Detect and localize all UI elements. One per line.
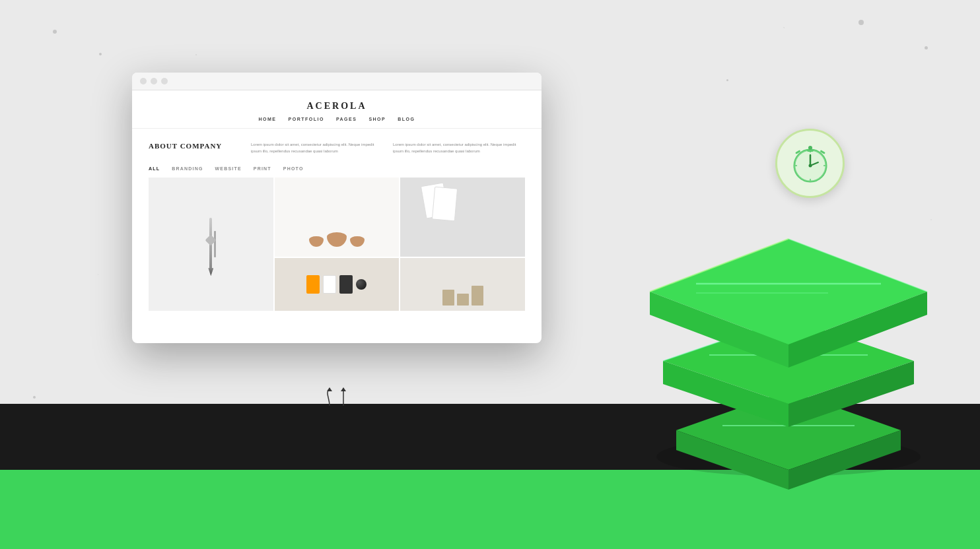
portfolio-cell-pen: [149, 178, 273, 311]
shelf-box-2: [457, 294, 469, 306]
about-section-left: ABOUT COMPANY: [149, 142, 241, 154]
browser-dot-green: [161, 78, 168, 84]
timer-svg: [787, 141, 833, 187]
about-section-right: Lorem ipsum dolor sit amet, consectetur …: [251, 142, 525, 154]
about-company-title: ABOUT COMPANY: [149, 142, 241, 150]
portfolio-cell-shelf: [400, 258, 525, 311]
small-card-dark: [339, 275, 353, 294]
pen-tip: [208, 268, 213, 276]
svg-marker-0: [327, 387, 332, 391]
scroll-arrows: [324, 387, 347, 407]
portfolio-cell-small-cards: [275, 258, 400, 311]
filter-tab-branding[interactable]: BRANDING: [172, 166, 203, 171]
filter-tab-print[interactable]: PRINT: [254, 166, 271, 171]
filter-tab-all[interactable]: ALL: [149, 166, 160, 171]
small-card-white: [323, 275, 336, 294]
shelf-illustration: [442, 286, 483, 306]
texture-dot: [33, 396, 36, 399]
filter-tabs: ALL BRANDING WEBSITE PRINT PHOTO: [132, 161, 542, 178]
scroll-arrow-up: [339, 387, 347, 407]
browser-content: ACEROLA HOME PORTFOLIO PAGES SHOP BLOG A…: [132, 90, 542, 311]
bowl-small: [309, 236, 324, 247]
pen-illustration: [209, 218, 212, 271]
texture-dot: [53, 30, 57, 34]
nav-item-home[interactable]: HOME: [259, 117, 277, 121]
browser-titlebar: [132, 73, 542, 90]
lorem-text-2: Lorem ipsum dolor sit amet, consectetur …: [393, 142, 525, 154]
nav-item-shop[interactable]: SHOP: [368, 117, 386, 121]
site-logo: ACEROLA: [132, 101, 542, 112]
portfolio-cell-cards: [400, 178, 525, 257]
scroll-arrow-curved: [324, 387, 335, 407]
browser-dot-red: [140, 78, 147, 84]
browser-window: ACEROLA HOME PORTFOLIO PAGES SHOP BLOG A…: [132, 73, 542, 343]
lorem-text-1: Lorem ipsum dolor sit amet, consectetur …: [251, 142, 383, 154]
small-card-orange: [306, 275, 320, 294]
texture-dot: [726, 79, 728, 81]
texture-dot: [925, 46, 928, 49]
nav-item-pages[interactable]: PAGES: [336, 117, 357, 121]
card-2: [432, 187, 458, 222]
portfolio-cell-bowls: [275, 178, 400, 257]
texture-dot: [858, 20, 864, 25]
timer-icon: [775, 129, 851, 205]
filter-tab-photo[interactable]: PHOTO: [283, 166, 304, 171]
site-nav: HOME PORTFOLIO PAGES SHOP BLOG: [132, 117, 542, 121]
timer-circle: [775, 129, 845, 198]
site-header: ACEROLA HOME PORTFOLIO PAGES SHOP BLOG: [132, 90, 542, 129]
nav-item-portfolio[interactable]: PORTFOLIO: [289, 117, 324, 121]
svg-point-28: [808, 164, 812, 167]
texture-dot: [99, 53, 102, 55]
portfolio-grid: [149, 178, 525, 311]
decorative-ball: [356, 279, 367, 290]
svg-marker-2: [341, 387, 346, 391]
browser-dot-yellow: [151, 78, 157, 84]
site-body: ABOUT COMPANY Lorem ipsum dolor sit amet…: [132, 129, 542, 161]
filter-tab-website[interactable]: WEBSITE: [215, 166, 242, 171]
nav-item-blog[interactable]: BLOG: [398, 117, 415, 121]
svg-point-23: [808, 146, 812, 150]
pen-clip: [214, 231, 216, 257]
shelf-box-3: [472, 286, 483, 306]
shelf-box-1: [442, 290, 454, 306]
bowl-large: [327, 232, 347, 247]
bowl-small-2: [350, 236, 365, 247]
